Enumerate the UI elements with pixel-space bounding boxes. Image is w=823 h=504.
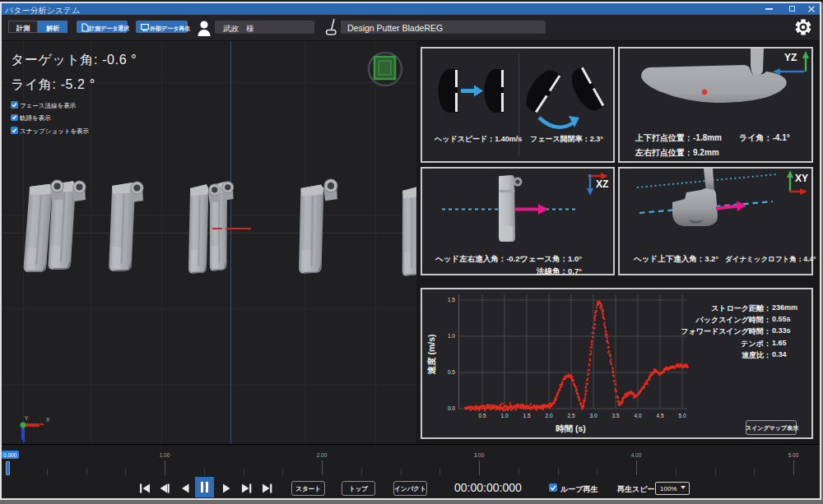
- svg-text:X: X: [46, 417, 50, 423]
- svg-text:Y: Y: [25, 415, 29, 421]
